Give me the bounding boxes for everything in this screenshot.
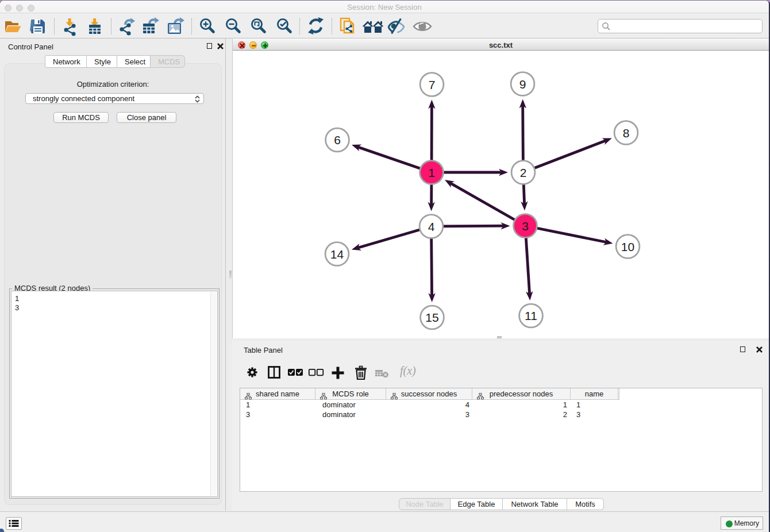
svg-text:7: 7: [429, 78, 436, 91]
svg-text:8: 8: [623, 126, 630, 140]
svg-text:10: 10: [621, 240, 634, 253]
svg-text:14: 14: [330, 248, 344, 261]
svg-text:3: 3: [522, 219, 529, 233]
svg-text:9: 9: [519, 78, 526, 91]
svg-text:1: 1: [428, 166, 435, 179]
svg-text:4: 4: [428, 220, 435, 233]
svg-text:15: 15: [425, 311, 438, 324]
svg-text:11: 11: [525, 309, 537, 322]
svg-text:6: 6: [334, 133, 341, 147]
svg-text:2: 2: [520, 166, 527, 179]
